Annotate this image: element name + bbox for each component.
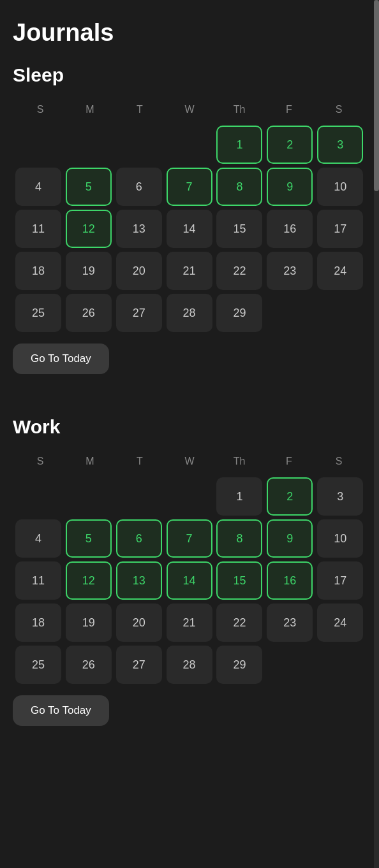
work-day-header-wed: W: [165, 451, 214, 472]
work-calendar-grid: 1 2 3 4 5 6 7 8 9 10 11 12 13 14 15 16 1…: [13, 477, 366, 684]
sleep-day-15[interactable]: 15: [216, 210, 262, 248]
work-section: Work S M T W Th F S 1 2 3 4 5 6 7 8 9 10…: [13, 416, 366, 749]
work-day-10[interactable]: 10: [317, 519, 363, 558]
sleep-day-empty: [66, 126, 112, 164]
work-day-20[interactable]: 20: [116, 604, 162, 642]
sleep-day-12[interactable]: 12: [66, 210, 112, 248]
sleep-day-17[interactable]: 17: [317, 210, 363, 248]
sleep-day-28[interactable]: 28: [167, 294, 212, 332]
sleep-day-6[interactable]: 6: [116, 168, 162, 206]
work-day-15[interactable]: 15: [216, 561, 262, 600]
sleep-day-26[interactable]: 26: [66, 294, 112, 332]
sleep-day-header-fri: F: [264, 99, 314, 120]
sleep-day-header-sun: S: [15, 99, 65, 120]
work-day-3[interactable]: 3: [317, 477, 363, 516]
sleep-day-10[interactable]: 10: [317, 168, 363, 206]
sleep-day-8[interactable]: 8: [216, 168, 262, 206]
work-go-to-today-button[interactable]: Go To Today: [13, 695, 109, 726]
page-title: Journals: [13, 19, 366, 47]
work-day-22[interactable]: 22: [216, 604, 262, 642]
work-day-14[interactable]: 14: [167, 561, 212, 600]
work-day-18[interactable]: 18: [15, 604, 61, 642]
work-day-empty: [66, 477, 112, 516]
sleep-day-header-wed: W: [165, 99, 214, 120]
work-day-empty: [116, 477, 162, 516]
work-day-header-tue: T: [115, 451, 165, 472]
work-day-12[interactable]: 12: [66, 561, 112, 600]
sleep-day-16[interactable]: 16: [267, 210, 313, 248]
scrollbar-track[interactable]: [374, 0, 379, 868]
work-day-2[interactable]: 2: [267, 477, 313, 516]
sleep-day-4[interactable]: 4: [15, 168, 61, 206]
sleep-day-3[interactable]: 3: [317, 126, 363, 164]
sleep-day-2[interactable]: 2: [267, 126, 313, 164]
work-day-21[interactable]: 21: [167, 604, 212, 642]
sleep-day-14[interactable]: 14: [167, 210, 212, 248]
sleep-day-19[interactable]: 19: [66, 252, 112, 290]
work-day-11[interactable]: 11: [15, 561, 61, 600]
sleep-day-27[interactable]: 27: [116, 294, 162, 332]
work-day-26[interactable]: 26: [66, 646, 112, 684]
work-day-7[interactable]: 7: [167, 519, 212, 558]
scrollbar-thumb[interactable]: [374, 0, 379, 191]
work-day-27[interactable]: 27: [116, 646, 162, 684]
work-day-25[interactable]: 25: [15, 646, 61, 684]
sleep-calendar-header: S M T W Th F S: [13, 99, 366, 120]
work-day-19[interactable]: 19: [66, 604, 112, 642]
sleep-day-23[interactable]: 23: [267, 252, 313, 290]
sleep-day-empty: [267, 294, 313, 332]
sleep-day-11[interactable]: 11: [15, 210, 61, 248]
work-day-empty: [15, 477, 61, 516]
sleep-go-to-today-button[interactable]: Go To Today: [13, 344, 109, 374]
sleep-day-header-sat: S: [314, 99, 364, 120]
work-day-header-sun: S: [15, 451, 65, 472]
sleep-day-20[interactable]: 20: [116, 252, 162, 290]
work-day-17[interactable]: 17: [317, 561, 363, 600]
sleep-day-empty: [116, 126, 162, 164]
sleep-day-21[interactable]: 21: [167, 252, 212, 290]
sleep-day-empty: [317, 294, 363, 332]
work-section-title: Work: [13, 416, 366, 438]
work-day-24[interactable]: 24: [317, 604, 363, 642]
sleep-day-22[interactable]: 22: [216, 252, 262, 290]
sleep-section-title: Sleep: [13, 64, 366, 86]
sleep-day-25[interactable]: 25: [15, 294, 61, 332]
sleep-day-empty: [15, 126, 61, 164]
sleep-day-9[interactable]: 9: [267, 168, 313, 206]
sleep-calendar-grid: 1 2 3 4 5 6 7 8 9 10 11 12 13 14 15 16 1…: [13, 126, 366, 332]
work-day-empty: [167, 477, 212, 516]
work-day-header-mon: M: [65, 451, 115, 472]
work-day-5[interactable]: 5: [66, 519, 112, 558]
sleep-day-header-mon: M: [65, 99, 115, 120]
work-day-empty: [317, 646, 363, 684]
sleep-day-13[interactable]: 13: [116, 210, 162, 248]
sleep-day-empty: [167, 126, 212, 164]
work-day-empty: [267, 646, 313, 684]
work-day-13[interactable]: 13: [116, 561, 162, 600]
sleep-day-24[interactable]: 24: [317, 252, 363, 290]
work-day-9[interactable]: 9: [267, 519, 313, 558]
sleep-day-header-tue: T: [115, 99, 165, 120]
sleep-day-18[interactable]: 18: [15, 252, 61, 290]
work-day-1[interactable]: 1: [216, 477, 262, 516]
work-day-6[interactable]: 6: [116, 519, 162, 558]
sleep-day-7[interactable]: 7: [167, 168, 212, 206]
sleep-day-29[interactable]: 29: [216, 294, 262, 332]
work-day-4[interactable]: 4: [15, 519, 61, 558]
work-day-16[interactable]: 16: [267, 561, 313, 600]
work-day-28[interactable]: 28: [167, 646, 212, 684]
work-day-29[interactable]: 29: [216, 646, 262, 684]
sleep-section: Sleep S M T W Th F S 1 2 3 4 5 6 7 8 9 1…: [13, 64, 366, 397]
sleep-day-1[interactable]: 1: [216, 126, 262, 164]
work-day-23[interactable]: 23: [267, 604, 313, 642]
work-calendar-header: S M T W Th F S: [13, 451, 366, 472]
sleep-day-5[interactable]: 5: [66, 168, 112, 206]
work-day-8[interactable]: 8: [216, 519, 262, 558]
work-day-header-fri: F: [264, 451, 314, 472]
work-day-header-sat: S: [314, 451, 364, 472]
sleep-day-header-thu: Th: [214, 99, 264, 120]
work-day-header-thu: Th: [214, 451, 264, 472]
